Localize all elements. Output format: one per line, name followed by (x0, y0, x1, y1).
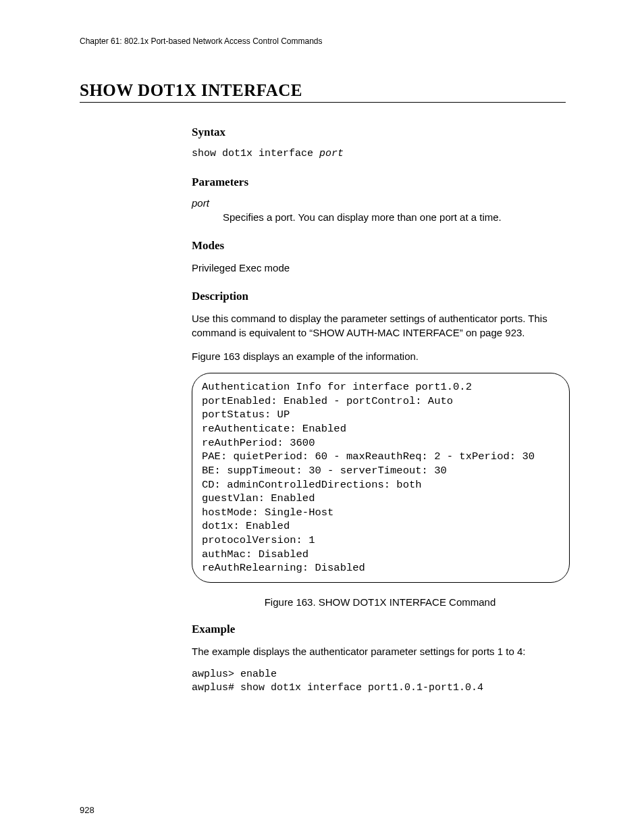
figure-caption: Figure 163. SHOW DOT1X INTERFACE Command (192, 596, 568, 608)
description-heading: Description (192, 290, 568, 303)
running-header: Chapter 61: 802.1x Port-based Network Ac… (80, 36, 566, 46)
modes-heading: Modes (192, 239, 568, 253)
figure-wrap: Authentication Info for interface port1.… (192, 373, 568, 583)
description-para2: Figure 163 displays an example of the in… (192, 349, 568, 363)
example-intro: The example displays the authenticator p… (192, 644, 568, 658)
param-name: port (192, 197, 568, 209)
description-para1: Use this command to display the paramete… (192, 311, 568, 340)
figure-output: Authentication Info for interface port1.… (202, 380, 560, 575)
syntax-cmd: show dot1x interface (192, 148, 319, 159)
syntax-arg: port (319, 148, 344, 159)
page-content: Chapter 61: 802.1x Port-based Network Ac… (80, 36, 566, 695)
syntax-line: show dot1x interface port (192, 147, 568, 161)
param-desc: Specifies a port. You can display more t… (223, 210, 568, 224)
example-heading: Example (192, 623, 568, 636)
figure-box: Authentication Info for interface port1.… (192, 373, 570, 583)
command-title: SHOW DOT1X INTERFACE (80, 81, 566, 103)
parameters-heading: Parameters (192, 176, 568, 189)
modes-text: Privileged Exec mode (192, 261, 568, 275)
example-code: awplus> enable awplus# show dot1x interf… (192, 668, 568, 696)
syntax-heading: Syntax (192, 126, 568, 139)
main-content: Syntax show dot1x interface port Paramet… (192, 126, 568, 695)
page-number: 928 (80, 805, 95, 815)
param-item: port Specifies a port. You can display m… (192, 197, 568, 224)
